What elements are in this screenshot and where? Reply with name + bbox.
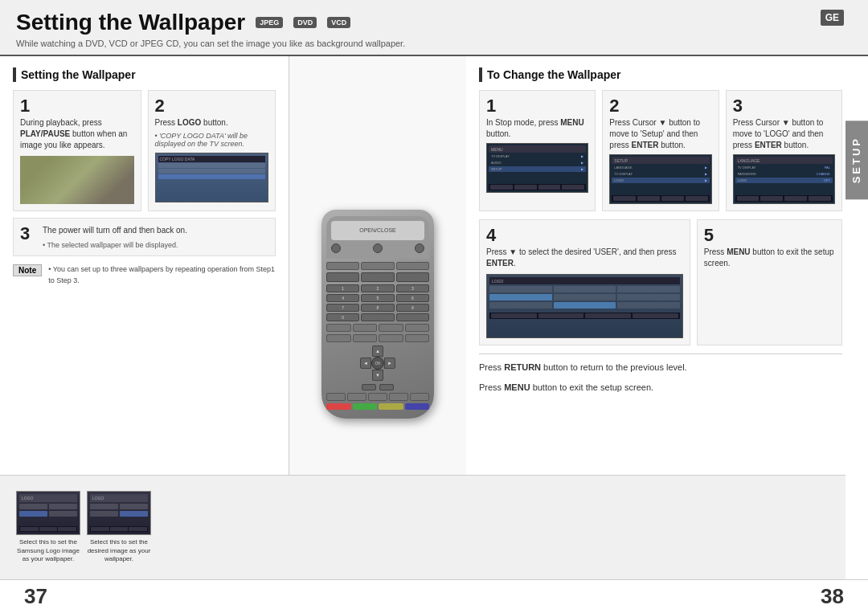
remote-num-x[interactable]	[361, 313, 394, 321]
screen-row-highlight	[158, 174, 266, 179]
remote-color-yellow[interactable]	[379, 403, 403, 410]
step4-row-2	[489, 294, 680, 300]
remote-btn-1[interactable]	[326, 262, 359, 270]
ge-badge: GE	[821, 10, 844, 26]
step3-row-2: PASSWORD CHANGE	[735, 171, 833, 177]
menu-rows: TV DISPLAY ▶ AUDIO ▶ SETUP ▶	[489, 153, 586, 182]
remote-btn-8[interactable]	[326, 334, 351, 342]
dvd-badge: DVD	[293, 17, 317, 28]
page-num-left: 37	[24, 584, 47, 609]
bottom-img-1-caption: Select this to set the Samsung Logo imag…	[16, 538, 80, 563]
remote-num-6[interactable]: 6	[396, 294, 429, 302]
bottom-area: LOGO	[0, 475, 845, 579]
remote-btn-9[interactable]	[353, 334, 378, 342]
remote-color-blue[interactable]	[405, 403, 430, 410]
step-3-text: The power will turn off and then back on…	[43, 225, 268, 236]
sbb-1	[490, 185, 513, 190]
remote-btn-big-2[interactable]	[361, 272, 394, 282]
remote-btn-10[interactable]	[379, 334, 403, 342]
remote-btn-5[interactable]	[353, 324, 378, 332]
remote-num-y[interactable]	[396, 313, 429, 321]
step4-screen: LOGO	[486, 274, 683, 338]
step3-row-1: TV DISPLAY PAL	[735, 165, 833, 170]
remote-return-btn[interactable]	[362, 384, 376, 390]
step2-row-1: LANGUAGE ▶	[612, 165, 709, 170]
left-section-header: Setting the Wallpaper	[13, 67, 276, 82]
remote-num-3[interactable]: 3	[396, 284, 429, 292]
remote-color-green[interactable]	[353, 403, 378, 410]
step-1-number: 1	[20, 97, 134, 115]
remote-num-4[interactable]: 4	[326, 294, 359, 302]
dpad-up-button[interactable]: ▲	[372, 345, 383, 357]
enter-button[interactable]: OK	[371, 357, 384, 370]
step4-cell-1	[489, 286, 552, 292]
remote-num-9[interactable]: 9	[396, 304, 429, 312]
step-3-content: The power will turn off and then back on…	[43, 225, 268, 249]
remote-btn-12[interactable]	[326, 393, 346, 401]
remote-num-8[interactable]: 8	[361, 304, 394, 312]
remote-num-1[interactable]: 1	[326, 284, 359, 292]
remote-btn-6[interactable]	[379, 324, 403, 332]
remote-menu-btn[interactable]	[379, 384, 394, 390]
remote-btn-3[interactable]	[396, 262, 429, 270]
dpad-right-button[interactable]: ►	[384, 358, 395, 369]
dpad-left-button[interactable]: ◄	[360, 358, 371, 369]
img2-row-2	[90, 511, 148, 517]
right-step-1-text: In Stop mode, press MENU button.	[486, 117, 588, 140]
step3-value-active: OFF	[824, 178, 830, 182]
dpad: ▲ ▼ ◄ ► OK	[360, 345, 395, 381]
step3-bottom-bar	[735, 195, 833, 202]
bottom-img-2: LOGO	[87, 491, 151, 535]
page-num-right: 38	[821, 584, 844, 609]
img1-bottom	[19, 526, 77, 532]
remote-btn-big-1[interactable]	[326, 272, 359, 282]
remote-num-7[interactable]: 7	[326, 304, 359, 312]
step1-screen: MENU TV DISPLAY ▶ AUDIO ▶ SETUP ▶	[486, 143, 588, 193]
remote-color-red[interactable]	[326, 403, 351, 410]
remote-btn-11[interactable]	[405, 334, 430, 342]
remote-btn-4[interactable]	[326, 324, 351, 332]
menu-row-value-1: ▶	[581, 154, 583, 158]
step3-row-active: LOGO OFF	[735, 178, 833, 183]
step-3-box: 3 The power will turn off and then back …	[13, 218, 276, 256]
remote-num-2[interactable]: 2	[361, 284, 394, 292]
step-1-image	[20, 156, 134, 204]
remote-btn-round-1[interactable]	[331, 243, 341, 253]
sbb-10	[760, 196, 783, 201]
steps-grid: 1 During playback, press PLAY/PAUSE butt…	[13, 90, 276, 256]
page-title: Setting the Wallpaper	[16, 10, 245, 35]
remote-num-0[interactable]: 0	[326, 313, 359, 321]
step-3-note: • The selected wallpaper will be display…	[43, 241, 268, 249]
menu-row-value-2: ▶	[581, 161, 583, 165]
remote-btn-7[interactable]	[405, 324, 430, 332]
menu-row-3-active: SETUP ▶	[489, 166, 586, 172]
step2-value-active: ▶	[705, 178, 707, 182]
step2-label-1: LANGUAGE	[614, 166, 704, 170]
note-box: Note • You can set up to three wallpaper…	[13, 264, 276, 286]
remote-btn-13[interactable]	[347, 393, 366, 401]
right-step-1: 1 In Stop mode, press MENU button. MENU …	[479, 90, 596, 211]
step-2-screen: COPY LOGO DATA	[155, 153, 269, 202]
remote-btn-big-3[interactable]	[396, 272, 429, 282]
step3-rows: TV DISPLAY PAL PASSWORD CHANGE LOGO OFF	[735, 165, 833, 194]
step2-value-1: ▶	[705, 166, 707, 170]
remote-btn-round-3[interactable]	[415, 243, 424, 253]
menu-title-bar: MENU	[489, 145, 586, 153]
dpad-down-button[interactable]: ▼	[372, 370, 383, 381]
step3-title-bar: LANGUAGE	[735, 157, 833, 164]
remote-btn-14[interactable]	[368, 393, 387, 401]
sbb-2	[514, 185, 537, 190]
step4-cell-6	[489, 302, 552, 309]
remote-num-5[interactable]: 5	[361, 294, 394, 302]
remote-btn-16[interactable]	[410, 393, 429, 401]
remote-btn-2[interactable]	[361, 262, 394, 270]
sbb-3	[538, 185, 561, 190]
sbb-9	[737, 196, 760, 201]
remote-btn-round-2[interactable]	[373, 243, 383, 253]
remote-row-3	[326, 324, 429, 332]
remote-btn-15[interactable]	[389, 393, 408, 401]
section-bar	[13, 67, 16, 82]
step2-rows: LANGUAGE ▶ TV DISPLAY ▶ LOGO ▶	[612, 165, 709, 194]
step3-label-active: LOGO	[738, 178, 824, 182]
step2-value-2: ▶	[705, 172, 707, 176]
